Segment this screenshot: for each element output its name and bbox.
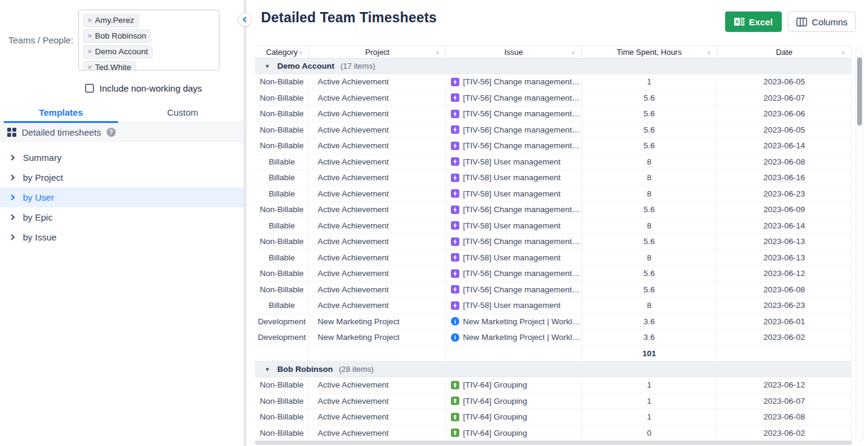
issue-label[interactable]: [TIV-56] Change management s...	[463, 125, 581, 134]
remove-tag-icon[interactable]: ×	[87, 32, 92, 40]
sidebar-item-label: Summary	[23, 152, 61, 163]
cell-date: 2023-06-02	[717, 426, 852, 441]
tab-custom[interactable]: Custom	[122, 103, 244, 122]
timesheet-row[interactable]: Non-BillableActive Achievement[TIV-56] C…	[255, 138, 852, 154]
timesheet-row[interactable]: Non-BillableActive Achievement[TIV-56] C…	[255, 122, 852, 139]
sidebar-item-by-user[interactable]: by User	[0, 187, 244, 207]
timesheet-row[interactable]: Non-BillableActive Achievement[TIV-64] G…	[255, 409, 852, 426]
columns-button-label: Columns	[812, 17, 848, 27]
timesheet-row[interactable]: Non-BillableActive Achievement[TIV-56] C…	[255, 266, 852, 282]
help-icon[interactable]: ?	[107, 128, 116, 137]
timesheet-row[interactable]: Non-BillableActive Achievement[TIV-56] C…	[255, 74, 852, 90]
cell-time-spent: 5.6	[582, 106, 717, 122]
timesheet-row[interactable]: DevelopmentNew Marketing ProjectiNew Mar…	[255, 330, 852, 346]
issue-label[interactable]: [TIV-56] Change management s...	[463, 109, 581, 118]
remove-tag-icon[interactable]: ×	[87, 48, 92, 55]
timesheet-row[interactable]: Non-BillableActive Achievement[TIV-64] G…	[255, 394, 852, 410]
include-non-working-days-checkbox[interactable]	[85, 84, 94, 93]
cell-category: Billable	[255, 250, 309, 266]
filters-sidebar: Teams / People: ×Amy.Perez×Bob Robinson×…	[0, 0, 244, 446]
column-header-project[interactable]: Project ▲	[309, 46, 446, 58]
issue-label[interactable]: [TIV-56] Change management s...	[463, 269, 581, 278]
issue-label[interactable]: [TIV-56] Change management s...	[463, 141, 581, 150]
table-header-row: Category ▲ Project ▲ Issue ▲ Time Spent,…	[255, 45, 852, 58]
issue-label[interactable]: [TIV-64] Grouping	[463, 397, 527, 406]
timesheet-row[interactable]: Non-BillableActive Achievement[TIV-56] C…	[255, 106, 852, 122]
timesheet-row[interactable]: BillableActive Achievement[TIV-58] User …	[255, 218, 852, 234]
cell-category: Development	[255, 314, 309, 330]
collapse-sidebar-button[interactable]	[238, 13, 252, 27]
sidebar-item-summary[interactable]: Summary	[0, 148, 244, 168]
collapse-group-icon[interactable]: ▼	[265, 366, 270, 372]
timesheet-row[interactable]: Non-BillableActive Achievement[TIV-64] G…	[255, 426, 852, 442]
cell-time-spent: 8	[582, 298, 717, 313]
timesheet-row[interactable]: Non-BillableActive Achievement[TIV-56] C…	[255, 202, 852, 218]
timesheet-row[interactable]: BillableActive Achievement[TIV-58] User …	[255, 250, 852, 266]
improvement-icon	[451, 397, 459, 405]
remove-tag-icon[interactable]: ×	[87, 63, 92, 71]
person-tag[interactable]: ×Bob Robinson	[83, 30, 151, 43]
issue-label[interactable]: [TIV-56] Change management s...	[463, 285, 581, 294]
column-header-issue[interactable]: Issue ▲	[446, 46, 582, 58]
group-header-row[interactable]: ▼Demo Account(17 items)	[255, 58, 852, 74]
cell-date: 2023-06-13	[717, 250, 852, 266]
issue-label[interactable]: New Marketing Project | Worklog	[463, 333, 581, 342]
include-non-working-days-row[interactable]: Include non-working days	[85, 83, 202, 93]
timesheet-row[interactable]: Non-BillableActive Achievement[TIV-64] G…	[255, 377, 852, 394]
cell-time-spent: 5.6	[582, 202, 717, 218]
column-header-category[interactable]: Category ▲	[255, 46, 309, 58]
vertical-scrollbar[interactable]	[855, 47, 863, 441]
timesheet-row[interactable]: BillableActive Achievement[TIV-58] User …	[255, 170, 852, 186]
issue-label[interactable]: [TIV-58] User management	[463, 301, 561, 310]
person-tag[interactable]: ×Amy.Perez	[83, 14, 139, 27]
teams-people-input[interactable]: ×Amy.Perez×Bob Robinson×Demo Account×Ted…	[78, 10, 219, 71]
sidebar-item-by-project[interactable]: by Project	[0, 168, 244, 187]
issue-label[interactable]: [TIV-58] User management	[463, 173, 561, 182]
remove-tag-icon[interactable]: ×	[87, 16, 92, 24]
cell-date: 2023-06-09	[717, 202, 852, 218]
issue-label[interactable]: [TIV-64] Grouping	[463, 429, 527, 438]
timesheet-row[interactable]: BillableActive Achievement[TIV-58] User …	[255, 154, 852, 171]
issue-label[interactable]: [TIV-56] Change management s...	[463, 93, 581, 102]
sidebar-item-by-issue[interactable]: by Issue	[0, 227, 244, 247]
cell-issue: [TIV-56] Change management s...	[446, 202, 582, 218]
collapse-group-icon[interactable]: ▼	[265, 63, 270, 69]
timesheet-row[interactable]: Non-BillableActive Achievement[TIV-56] C…	[255, 282, 852, 298]
timesheet-row[interactable]: BillableActive Achievement[TIV-58] User …	[255, 186, 852, 203]
epic-icon	[451, 157, 459, 166]
cell-date: 2023-06-08	[717, 409, 852, 425]
sidebar-item-by-epic[interactable]: by Epic	[0, 207, 244, 227]
cell-time-spent: 3.6	[582, 330, 717, 345]
column-header-time-spent[interactable]: Time Spent, Hours ▲	[582, 46, 717, 58]
cell-category: Non-Billable	[255, 138, 309, 154]
issue-label[interactable]: [TIV-58] User management	[463, 157, 561, 166]
person-tag[interactable]: ×Demo Account	[83, 45, 153, 58]
issue-label[interactable]: [TIV-56] Change management s...	[463, 205, 581, 214]
issue-label[interactable]: [TIV-58] User management	[463, 253, 561, 262]
issue-label[interactable]: [TIV-58] User management	[463, 189, 561, 198]
person-tag[interactable]: ×Ted.White	[83, 61, 136, 71]
cell-issue: [TIV-58] User management	[446, 298, 582, 313]
excel-export-button[interactable]: X Excel	[725, 11, 782, 32]
horizontal-scrollbar[interactable]	[255, 441, 852, 445]
sidebar-item-label: by User	[23, 192, 54, 203]
column-header-date[interactable]: Date ▲	[717, 46, 852, 58]
timesheet-row[interactable]: DevelopmentNew Marketing ProjectiNew Mar…	[255, 314, 852, 330]
templates-section-header: Detailed timesheets ?	[0, 123, 244, 142]
columns-button[interactable]: Columns	[788, 11, 856, 32]
group-header-row[interactable]: ▼Bob Robinson(28 items)	[255, 362, 852, 377]
issue-label[interactable]: [TIV-56] Change management s...	[463, 237, 581, 246]
issue-label[interactable]: New Marketing Project | Worklog	[463, 317, 581, 326]
tab-templates[interactable]: Templates	[0, 103, 122, 122]
cell-date	[717, 346, 852, 362]
issue-label[interactable]: [TIV-58] User management	[463, 221, 561, 230]
issue-label[interactable]: [TIV-56] Change management s...	[463, 77, 581, 86]
issue-label[interactable]: [TIV-64] Grouping	[463, 380, 527, 389]
timesheet-row[interactable]: Non-BillableActive Achievement[TIV-56] C…	[255, 90, 852, 107]
cell-category: Non-Billable	[255, 90, 309, 106]
cell-issue: [TIV-58] User management	[446, 170, 582, 186]
vertical-scrollbar-thumb[interactable]	[857, 57, 862, 125]
timesheet-row[interactable]: Non-BillableActive Achievement[TIV-56] C…	[255, 234, 852, 250]
timesheet-row[interactable]: BillableActive Achievement[TIV-58] User …	[255, 298, 852, 314]
issue-label[interactable]: [TIV-64] Grouping	[463, 412, 527, 421]
